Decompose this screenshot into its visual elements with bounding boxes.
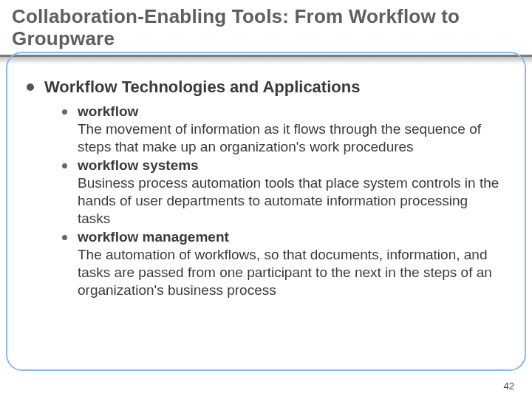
definition: The movement of information as it flows … xyxy=(78,120,502,156)
definition: Business process automation tools that p… xyxy=(78,174,502,227)
page-number: 42 xyxy=(504,381,514,392)
list-item-body: workflow The movement of information as … xyxy=(78,103,502,155)
list-item: workflow management The automation of wo… xyxy=(62,228,502,299)
term: workflow xyxy=(78,103,502,120)
list-item: workflow The movement of information as … xyxy=(62,103,502,155)
list-item-body: workflow management The automation of wo… xyxy=(78,228,502,299)
bullet-icon xyxy=(62,109,67,115)
section-heading: Workflow Technologies and Applications xyxy=(44,78,360,97)
title-area: Collaboration-Enabling Tools: From Workf… xyxy=(0,0,532,50)
term: workflow management xyxy=(78,228,502,246)
bullet-icon xyxy=(62,163,67,168)
list-item-body: workflow systems Business process automa… xyxy=(78,157,502,227)
definition-list: workflow The movement of information as … xyxy=(27,103,502,299)
bullet-icon xyxy=(62,235,67,240)
definition: The automation of workflows, so that doc… xyxy=(78,246,502,299)
slide-title: Collaboration-Enabling Tools: From Workf… xyxy=(12,6,532,50)
content-area: Workflow Technologies and Applications w… xyxy=(0,64,532,299)
bullet-icon xyxy=(27,83,34,91)
heading-row: Workflow Technologies and Applications xyxy=(27,78,502,97)
term: workflow systems xyxy=(78,157,502,174)
list-item: workflow systems Business process automa… xyxy=(62,157,502,227)
